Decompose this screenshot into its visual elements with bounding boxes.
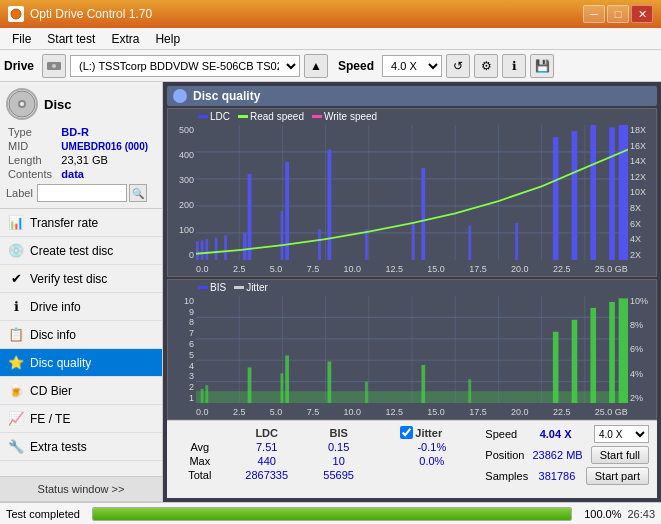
mid-label: MID bbox=[8, 140, 59, 152]
stats-speed-select[interactable]: 4.0 X bbox=[594, 425, 649, 443]
maximize-button[interactable]: □ bbox=[607, 5, 629, 23]
close-button[interactable]: ✕ bbox=[631, 5, 653, 23]
sidebar-item-verify-test-disc[interactable]: ✔ Verify test disc bbox=[0, 265, 162, 293]
chart1-legend: LDC Read speed Write speed bbox=[198, 111, 377, 122]
svg-rect-55 bbox=[196, 391, 628, 403]
svg-rect-69 bbox=[619, 298, 628, 403]
position-value: 23862 MB bbox=[532, 449, 582, 461]
legend-write-speed: Write speed bbox=[312, 111, 377, 122]
fe-te-icon: 📈 bbox=[8, 411, 24, 427]
sidebar-item-transfer-rate[interactable]: 📊 Transfer rate bbox=[0, 209, 162, 237]
verify-test-disc-icon: ✔ bbox=[8, 271, 24, 287]
progress-bar-fill bbox=[93, 508, 571, 520]
sidebar-item-cd-bier[interactable]: 🍺 CD Bier bbox=[0, 377, 162, 405]
menu-help[interactable]: Help bbox=[147, 30, 188, 48]
chart2-legend: BIS Jitter bbox=[198, 282, 268, 293]
svg-rect-63 bbox=[421, 365, 425, 403]
status-window-button[interactable]: Status window >> bbox=[0, 476, 162, 502]
create-test-disc-label: Create test disc bbox=[30, 244, 113, 258]
start-part-button[interactable]: Start part bbox=[586, 467, 649, 485]
menu-extra[interactable]: Extra bbox=[103, 30, 147, 48]
svg-point-2 bbox=[52, 64, 56, 68]
main-layout: Disc Type BD-R MID UMEBDR016 (000) Lengt… bbox=[0, 82, 661, 502]
extra-tests-icon: 🔧 bbox=[8, 439, 24, 455]
svg-rect-67 bbox=[590, 308, 596, 403]
speed-display-label: Speed bbox=[485, 428, 517, 440]
avg-bis: 0.15 bbox=[307, 440, 371, 454]
settings-button[interactable]: ⚙ bbox=[474, 54, 498, 78]
fe-te-label: FE / TE bbox=[30, 412, 70, 426]
sidebar-item-extra-tests[interactable]: 🔧 Extra tests bbox=[0, 433, 162, 461]
stats-max-row: Max 440 10 0.0% bbox=[173, 454, 471, 468]
legend-ldc: LDC bbox=[198, 111, 230, 122]
chart-bis: BIS Jitter 10 9 8 7 6 5 4 3 2 bbox=[167, 279, 657, 420]
eject-button[interactable]: ▲ bbox=[304, 54, 328, 78]
minimize-button[interactable]: ─ bbox=[583, 5, 605, 23]
svg-rect-38 bbox=[590, 125, 596, 260]
chart1-x-axis: 0.0 2.5 5.0 7.5 10.0 12.5 15.0 17.5 20.0… bbox=[196, 264, 628, 274]
sidebar-item-create-test-disc[interactable]: 💿 Create test disc bbox=[0, 237, 162, 265]
refresh-button[interactable]: ↺ bbox=[446, 54, 470, 78]
drive-select[interactable]: (L:) TSSTcorp BDDVDW SE-506CB TS02 bbox=[70, 55, 300, 77]
col-label bbox=[173, 425, 227, 440]
chart1-y-axis: 500 400 300 200 100 0 bbox=[168, 125, 196, 260]
svg-rect-31 bbox=[365, 229, 368, 260]
svg-rect-20 bbox=[196, 242, 199, 260]
jitter-checkbox[interactable] bbox=[400, 426, 413, 439]
stats-row: LDC BIS Jitter Avg bbox=[167, 420, 657, 498]
save-button[interactable]: 💾 bbox=[530, 54, 554, 78]
drive-info-label: Drive info bbox=[30, 300, 81, 314]
svg-rect-60 bbox=[285, 355, 289, 403]
samples-row: Samples 381786 Start part bbox=[485, 467, 649, 485]
chart2-svg bbox=[196, 296, 628, 403]
svg-rect-66 bbox=[572, 320, 578, 403]
length-value: 23,31 GB bbox=[61, 154, 154, 166]
samples-value: 381786 bbox=[539, 470, 576, 482]
stats-table-area: LDC BIS Jitter Avg bbox=[167, 421, 477, 498]
status-window-label: Status window >> bbox=[38, 483, 125, 495]
samples-label: Samples bbox=[485, 470, 528, 482]
svg-rect-22 bbox=[205, 239, 208, 260]
speed-select[interactable]: 4.0 X 8.0 X bbox=[382, 55, 442, 77]
svg-rect-56 bbox=[201, 389, 204, 403]
toolbar: Drive (L:) TSSTcorp BDDVDW SE-506CB TS02… bbox=[0, 50, 661, 82]
speed-label: Speed bbox=[338, 59, 374, 73]
speed-display-value: 4.04 X bbox=[540, 428, 572, 440]
content-area: Disc quality LDC Read speed Write sp bbox=[163, 82, 661, 502]
drive-label: Drive bbox=[4, 59, 34, 73]
menu-file[interactable]: File bbox=[4, 30, 39, 48]
drive-icon-btn[interactable] bbox=[42, 54, 66, 78]
stats-right-panel: Speed 4.04 X 4.0 X Position 23862 MB Sta… bbox=[477, 421, 657, 498]
stats-avg-row: Avg 7.51 0.15 -0.1% bbox=[173, 440, 471, 454]
label-btn[interactable]: 🔍 bbox=[129, 184, 147, 202]
sidebar-item-fe-te[interactable]: 📈 FE / TE bbox=[0, 405, 162, 433]
svg-rect-30 bbox=[327, 150, 331, 260]
disc-info-label: Disc info bbox=[30, 328, 76, 342]
sidebar-item-drive-info[interactable]: ℹ Drive info bbox=[0, 293, 162, 321]
sidebar-item-disc-quality[interactable]: ⭐ Disc quality bbox=[0, 349, 162, 377]
col-bis: BIS bbox=[307, 425, 371, 440]
length-label: Length bbox=[8, 154, 59, 166]
disc-icon bbox=[6, 88, 38, 120]
svg-rect-68 bbox=[609, 302, 615, 403]
svg-rect-62 bbox=[365, 382, 368, 403]
info-button[interactable]: ℹ bbox=[502, 54, 526, 78]
contents-value: data bbox=[61, 168, 154, 180]
sidebar-item-disc-info[interactable]: 📋 Disc info bbox=[0, 321, 162, 349]
max-bis: 10 bbox=[307, 454, 371, 468]
position-label: Position bbox=[485, 449, 524, 461]
start-full-button[interactable]: Start full bbox=[591, 446, 649, 464]
disc-quality-label: Disc quality bbox=[30, 356, 91, 370]
label-input[interactable] bbox=[37, 184, 127, 202]
max-ldc: 440 bbox=[227, 454, 307, 468]
max-jitter: 0.0% bbox=[392, 454, 471, 468]
max-label: Max bbox=[173, 454, 227, 468]
menu-start-test[interactable]: Start test bbox=[39, 30, 103, 48]
jitter-checkbox-label[interactable]: Jitter bbox=[400, 426, 463, 439]
svg-rect-32 bbox=[412, 223, 415, 260]
svg-point-0 bbox=[11, 9, 21, 19]
verify-test-disc-label: Verify test disc bbox=[30, 272, 107, 286]
create-test-disc-icon: 💿 bbox=[8, 243, 24, 259]
stats-total-row: Total 2867335 55695 bbox=[173, 468, 471, 482]
avg-ldc: 7.51 bbox=[227, 440, 307, 454]
